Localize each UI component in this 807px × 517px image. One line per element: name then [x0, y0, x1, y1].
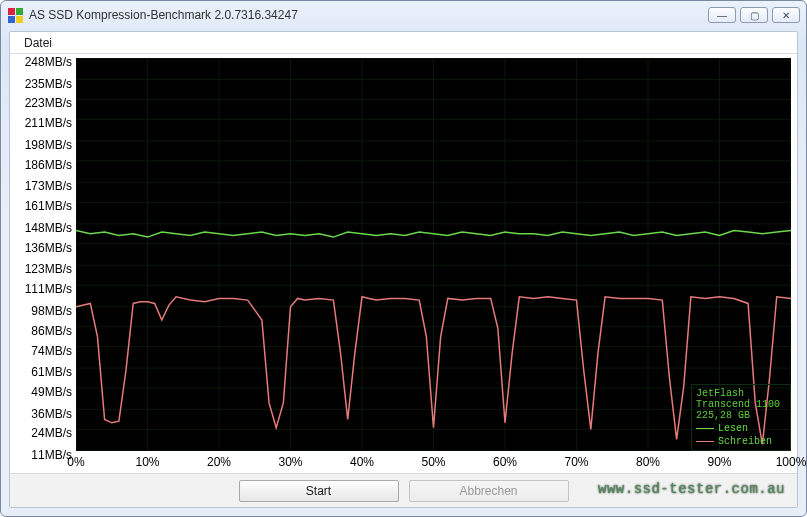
y-tick-label: 161MB/s	[25, 199, 72, 213]
window-controls: — ▢ ✕	[708, 7, 800, 23]
y-tick-label: 186MB/s	[25, 158, 72, 172]
chart-area: 11MB/s24MB/s36MB/s49MB/s61MB/s74MB/s86MB…	[10, 54, 797, 471]
x-tick-label: 60%	[493, 455, 517, 469]
menu-datei[interactable]: Datei	[18, 34, 58, 52]
y-tick-label: 223MB/s	[25, 96, 72, 110]
window-title: AS SSD Kompression-Benchmark 2.0.7316.34…	[29, 8, 708, 22]
x-tick-label: 100%	[776, 455, 807, 469]
chart-plot	[76, 58, 791, 451]
y-tick-label: 74MB/s	[31, 344, 72, 358]
x-tick-label: 10%	[135, 455, 159, 469]
y-tick-label: 61MB/s	[31, 365, 72, 379]
titlebar: AS SSD Kompression-Benchmark 2.0.7316.34…	[1, 1, 806, 29]
y-tick-label: 111MB/s	[25, 282, 72, 296]
y-tick-label: 248MB/s	[25, 55, 72, 69]
x-tick-label: 90%	[707, 455, 731, 469]
y-tick-label: 98MB/s	[31, 304, 72, 318]
maximize-button[interactable]: ▢	[740, 7, 768, 23]
x-axis-labels: 0%10%20%30%40%50%60%70%80%90%100%	[76, 453, 791, 471]
legend-device: JetFlash Transcend 1100	[696, 388, 786, 410]
x-tick-label: 30%	[278, 455, 302, 469]
y-tick-label: 173MB/s	[25, 179, 72, 193]
watermark: www.ssd-tester.com.au	[598, 481, 785, 497]
x-tick-label: 40%	[350, 455, 374, 469]
y-tick-label: 24MB/s	[31, 426, 72, 440]
abort-button: Abbrechen	[409, 480, 569, 502]
legend-label-write: Schreiben	[718, 436, 772, 447]
legend-label-read: Lesen	[718, 423, 748, 434]
y-tick-label: 86MB/s	[31, 324, 72, 338]
x-tick-label: 20%	[207, 455, 231, 469]
y-axis-labels: 11MB/s24MB/s36MB/s49MB/s61MB/s74MB/s86MB…	[10, 58, 74, 451]
y-tick-label: 198MB/s	[25, 138, 72, 152]
y-tick-label: 36MB/s	[31, 407, 72, 421]
menubar: Datei	[10, 32, 797, 54]
y-tick-label: 235MB/s	[25, 77, 72, 91]
close-button[interactable]: ✕	[772, 7, 800, 23]
x-tick-label: 70%	[564, 455, 588, 469]
chart-legend: JetFlash Transcend 1100 225,28 GB Lesen …	[691, 384, 791, 451]
x-tick-label: 0%	[67, 455, 84, 469]
client-area: Datei 11MB/s24MB/s36MB/s49MB/s61MB/s74MB…	[9, 31, 798, 508]
minimize-button[interactable]: —	[708, 7, 736, 23]
x-tick-label: 50%	[421, 455, 445, 469]
legend-capacity: 225,28 GB	[696, 410, 786, 421]
app-icon	[7, 7, 23, 23]
y-tick-label: 211MB/s	[25, 116, 72, 130]
y-tick-label: 11MB/s	[31, 448, 72, 462]
legend-swatch-write	[696, 441, 714, 442]
y-tick-label: 148MB/s	[25, 221, 72, 235]
legend-swatch-read	[696, 428, 714, 429]
y-tick-label: 49MB/s	[31, 385, 72, 399]
app-window: AS SSD Kompression-Benchmark 2.0.7316.34…	[0, 0, 807, 517]
y-tick-label: 123MB/s	[25, 262, 72, 276]
start-button[interactable]: Start	[239, 480, 399, 502]
y-tick-label: 136MB/s	[25, 241, 72, 255]
x-tick-label: 80%	[636, 455, 660, 469]
